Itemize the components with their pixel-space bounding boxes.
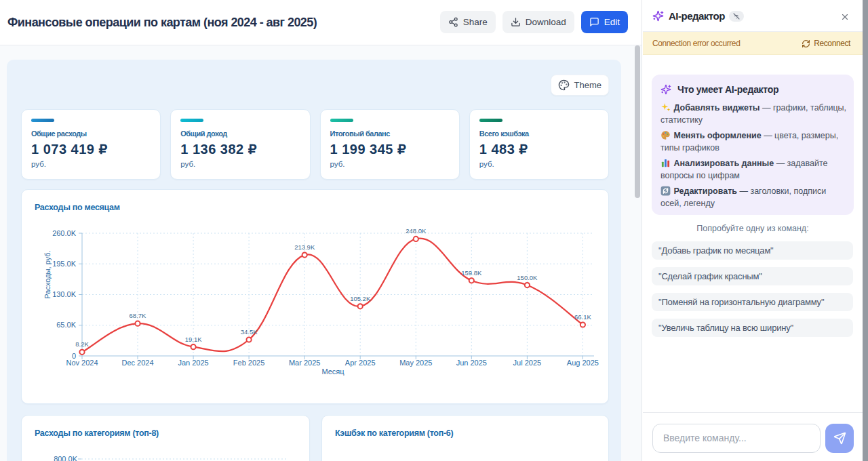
svg-text:195.0K: 195.0K <box>52 260 77 268</box>
svg-text:19.1K: 19.1K <box>185 336 202 343</box>
svg-text:Aug 2025: Aug 2025 <box>567 359 599 367</box>
svg-text:Jan 2025: Jan 2025 <box>178 359 208 367</box>
svg-text:65.0K: 65.0K <box>56 321 76 329</box>
svg-text:Расходы, руб.: Расходы, руб. <box>43 250 52 298</box>
svg-text:Apr 2025: Apr 2025 <box>345 359 376 367</box>
svg-text:Feb 2025: Feb 2025 <box>233 359 264 367</box>
svg-text:130.0K: 130.0K <box>52 290 77 298</box>
svg-text:159.8K: 159.8K <box>461 269 482 277</box>
svg-text:May 2025: May 2025 <box>399 359 432 367</box>
svg-text:800.0K: 800.0K <box>54 455 78 461</box>
svg-text:8.2K: 8.2K <box>75 340 89 348</box>
svg-text:Jul 2025: Jul 2025 <box>513 359 542 367</box>
svg-text:105.2K: 105.2K <box>350 295 371 302</box>
svg-text:34.5K: 34.5K <box>241 328 258 336</box>
svg-text:66.1K: 66.1K <box>574 313 591 321</box>
svg-text:248.0K: 248.0K <box>406 227 427 235</box>
svg-text:Nov 2024: Nov 2024 <box>66 359 98 367</box>
svg-text:260.0K: 260.0K <box>52 229 77 237</box>
svg-text:Месяц: Месяц <box>321 367 344 376</box>
svg-text:Mar 2025: Mar 2025 <box>289 359 320 367</box>
svg-text:Jun 2025: Jun 2025 <box>456 359 487 367</box>
svg-text:Dec 2024: Dec 2024 <box>121 359 153 367</box>
svg-text:213.9K: 213.9K <box>294 243 315 251</box>
svg-text:150.0K: 150.0K <box>517 274 538 281</box>
svg-text:68.7K: 68.7K <box>130 312 146 319</box>
